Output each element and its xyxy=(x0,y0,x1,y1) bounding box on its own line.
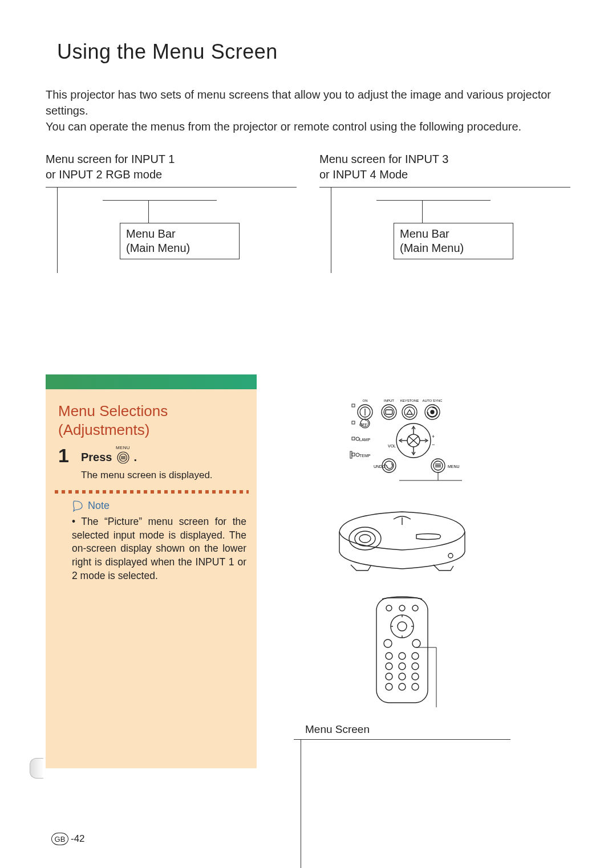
page-title: Using the Menu Screen xyxy=(57,40,570,64)
svg-rect-35 xyxy=(435,465,441,466)
right-caption-line1: Menu screen for INPUT 3 xyxy=(319,153,448,165)
label-on: ON xyxy=(363,399,368,402)
svg-point-54 xyxy=(412,653,419,659)
main-menu-label: (Main Menu) xyxy=(400,242,464,254)
svg-point-57 xyxy=(412,663,419,670)
svg-point-48 xyxy=(391,615,414,638)
label-menu: MENU xyxy=(448,464,460,468)
svg-text:+: + xyxy=(432,434,435,439)
svg-rect-2 xyxy=(121,457,125,457)
left-diagram-caption: Menu screen for INPUT 1 or INPUT 2 RGB m… xyxy=(46,152,297,182)
svg-rect-20 xyxy=(350,451,352,458)
menu-icon-label: MENU xyxy=(116,446,131,450)
label-lamp: LAMP xyxy=(359,438,370,442)
svg-point-50 xyxy=(384,639,392,647)
gb-badge: GB xyxy=(51,833,68,845)
left-menu-bar-box: Menu Bar (Main Menu) xyxy=(120,223,240,259)
right-menu-bar-box: Menu Bar (Main Menu) xyxy=(394,223,513,259)
main-menu-label: (Main Menu) xyxy=(126,242,190,254)
note-icon xyxy=(72,499,84,512)
svg-rect-3 xyxy=(121,458,125,458)
label-input: INPUT xyxy=(384,399,394,402)
svg-rect-4 xyxy=(121,459,125,459)
press-label: Press xyxy=(81,451,112,464)
step-number: 1 xyxy=(58,446,72,465)
label-undo: UNDO xyxy=(374,464,386,468)
page-footer: GB -42 xyxy=(51,833,85,845)
svg-rect-19 xyxy=(352,453,355,456)
svg-point-41 xyxy=(359,535,371,543)
label-autosync: AUTO SYNC xyxy=(423,399,443,402)
svg-point-45 xyxy=(386,605,392,611)
svg-rect-36 xyxy=(435,467,441,467)
intro-para-1: This projector has two sets of menu scre… xyxy=(46,88,551,117)
step-subtext: The menu screen is displayed. xyxy=(81,470,249,481)
note-label: Note xyxy=(88,500,110,512)
step-1: 1 Press MENU . xyxy=(58,446,245,465)
svg-point-63 xyxy=(412,683,419,690)
step-period: . xyxy=(134,451,137,464)
label-temp: TEMP xyxy=(359,454,371,458)
svg-point-56 xyxy=(399,663,406,670)
remote-figure xyxy=(356,593,448,707)
menu-bar-label: Menu Bar xyxy=(126,227,176,240)
menu-screen-label: Menu Screen xyxy=(305,723,510,736)
right-diagram-caption: Menu screen for INPUT 3 or INPUT 4 Mode xyxy=(319,152,570,182)
svg-point-53 xyxy=(399,653,406,659)
svg-rect-34 xyxy=(435,464,441,464)
svg-rect-18 xyxy=(352,437,355,440)
section-accent-bar xyxy=(46,374,257,389)
svg-point-39 xyxy=(349,527,381,550)
svg-point-61 xyxy=(386,683,392,690)
menu-button-icon: MENU xyxy=(116,446,131,464)
svg-point-55 xyxy=(386,663,392,670)
label-keystone: KEYSTONE xyxy=(400,399,419,402)
svg-point-42 xyxy=(448,553,453,558)
intro-para-2: You can operate the menus from the proje… xyxy=(46,120,521,133)
svg-point-49 xyxy=(398,622,407,631)
svg-point-59 xyxy=(399,673,406,680)
left-caption-line2: or INPUT 2 RGB mode xyxy=(46,168,162,181)
svg-point-58 xyxy=(386,673,392,680)
svg-point-51 xyxy=(412,639,420,647)
page-number: -42 xyxy=(71,833,85,845)
menu-bar-label: Menu Bar xyxy=(400,227,449,240)
dotted-separator xyxy=(55,490,249,494)
svg-rect-16 xyxy=(352,404,355,407)
svg-point-52 xyxy=(386,653,392,659)
svg-point-15 xyxy=(431,410,434,414)
svg-point-12 xyxy=(404,407,415,417)
svg-rect-17 xyxy=(352,421,355,424)
note-heading: Note xyxy=(72,499,249,512)
right-caption-line2: or INPUT 4 Mode xyxy=(319,168,408,181)
svg-rect-10 xyxy=(386,410,392,414)
svg-rect-44 xyxy=(376,598,428,703)
svg-point-47 xyxy=(412,605,418,611)
note-body: The “Picture” menu screen for the select… xyxy=(72,515,246,582)
page-side-tab xyxy=(30,758,43,779)
svg-point-46 xyxy=(399,605,405,611)
intro-text: This projector has two sets of menu scre… xyxy=(46,87,570,135)
projector-figure xyxy=(328,498,476,577)
svg-point-60 xyxy=(412,673,419,680)
right-diagram: Menu Bar (Main Menu) xyxy=(319,187,570,272)
left-diagram: Menu Bar (Main Menu) xyxy=(46,187,297,272)
svg-text:−: − xyxy=(432,442,435,447)
control-panel-figure: ON INPUT KEYSTONE AUTO SYNC xyxy=(328,396,476,482)
left-caption-line1: Menu screen for INPUT 1 xyxy=(46,153,175,165)
menu-screen-diagram xyxy=(294,739,510,868)
label-vol: VOL xyxy=(388,444,396,448)
step-instruction: Press MENU . xyxy=(81,446,137,464)
svg-point-40 xyxy=(355,531,375,546)
section-title: Menu Selections (Adjustments) xyxy=(58,402,249,439)
svg-point-62 xyxy=(399,683,406,690)
